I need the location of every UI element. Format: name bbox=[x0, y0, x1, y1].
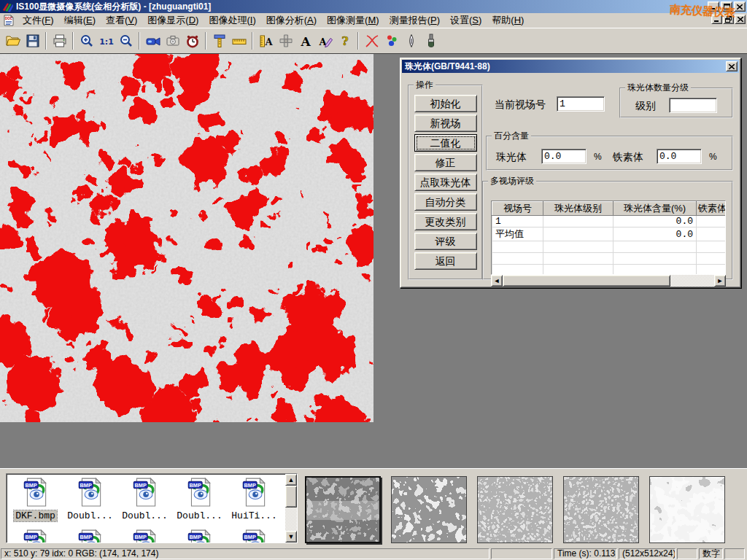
thumb-2[interactable] bbox=[391, 476, 467, 543]
pearlite-percent-input[interactable] bbox=[541, 149, 587, 164]
brush-icon[interactable] bbox=[421, 31, 441, 50]
multi-field-group-label: 多视场评级 bbox=[488, 175, 536, 187]
file-item[interactable]: BMPDoubl... bbox=[117, 477, 172, 521]
menu-settings[interactable]: 设置(S) bbox=[445, 12, 487, 28]
open-icon[interactable] bbox=[3, 31, 23, 50]
menu-image-process[interactable]: 图像处理(I) bbox=[204, 12, 260, 28]
table-row[interactable] bbox=[492, 241, 727, 253]
thumb-4[interactable] bbox=[563, 476, 639, 543]
file-item[interactable]: BMPHuiTi... bbox=[227, 477, 282, 521]
caliper-icon[interactable] bbox=[209, 31, 229, 50]
scrollbar-thumb[interactable] bbox=[503, 275, 670, 287]
status-panel-5: 数字 bbox=[699, 548, 723, 559]
text-icon[interactable]: A bbox=[295, 31, 315, 50]
op-button-修正[interactable]: 修正 bbox=[414, 154, 477, 171]
svg-text:BMP: BMP bbox=[189, 482, 201, 489]
file-item[interactable]: BMP bbox=[117, 529, 172, 543]
ruler-icon[interactable] bbox=[229, 31, 249, 50]
pen-icon[interactable] bbox=[401, 31, 421, 50]
menu-file[interactable]: 文件(F) bbox=[18, 12, 59, 28]
thumb-5[interactable] bbox=[649, 476, 725, 543]
svg-text:BMP: BMP bbox=[244, 534, 255, 540]
file-scrollbar-thumb[interactable] bbox=[285, 486, 297, 508]
file-item[interactable]: BMPDoubl... bbox=[172, 477, 227, 521]
table-header[interactable]: 视场号 bbox=[492, 202, 543, 216]
menu-help[interactable]: 帮助(H) bbox=[487, 12, 529, 28]
color-dots-icon[interactable] bbox=[382, 31, 401, 50]
minimize-button[interactable] bbox=[708, 1, 719, 12]
annotate-icon[interactable]: A bbox=[315, 31, 335, 50]
op-button-自动分类[interactable]: 自动分类 bbox=[414, 193, 477, 211]
file-item[interactable]: BMP bbox=[8, 529, 63, 543]
menu-edit[interactable]: 编辑(E) bbox=[59, 12, 101, 28]
grading-group-label: 珠光体数量分级 bbox=[625, 82, 691, 94]
save-icon[interactable] bbox=[23, 31, 42, 50]
print-icon[interactable] bbox=[50, 31, 69, 50]
table-row[interactable] bbox=[492, 265, 727, 276]
table-row[interactable]: 10.0 bbox=[492, 216, 727, 228]
op-button-新视场[interactable]: 新视场 bbox=[414, 114, 477, 132]
mdi-minimize-button[interactable] bbox=[711, 15, 722, 24]
toolbar-group bbox=[209, 31, 249, 50]
op-button-返回[interactable]: 返回 bbox=[414, 252, 477, 270]
menu-view[interactable]: 查看(V) bbox=[101, 12, 142, 28]
file-item[interactable]: BMP bbox=[63, 529, 117, 543]
measure-text-icon[interactable]: A bbox=[256, 31, 276, 50]
svg-text:BMP: BMP bbox=[25, 482, 36, 489]
menu-measure-report[interactable]: 测量报告(P) bbox=[384, 12, 445, 28]
dialog-close-icon[interactable] bbox=[726, 61, 738, 71]
actual-size-icon[interactable]: 1:1 bbox=[96, 31, 116, 50]
mdi-close-button[interactable] bbox=[735, 15, 746, 24]
grading-group: 珠光体数量分级 级别 bbox=[619, 82, 733, 118]
op-button-评级[interactable]: 评级 bbox=[414, 233, 477, 250]
file-item[interactable]: BMPDoubl... bbox=[63, 477, 117, 521]
table-header[interactable]: 珠光体级别 bbox=[543, 202, 614, 216]
ferrite-percent-input[interactable] bbox=[657, 149, 702, 164]
menu-image-display[interactable]: 图像显示(D) bbox=[142, 12, 204, 28]
scroll-up-icon[interactable]: ▲ bbox=[285, 474, 297, 486]
op-button-点取珠光体[interactable]: 点取珠光体 bbox=[414, 174, 477, 191]
file-item[interactable]: BMPDKF.bmp bbox=[8, 477, 63, 521]
thumb-3[interactable] bbox=[477, 476, 553, 543]
op-button-二值化[interactable]: 二值化 bbox=[414, 134, 477, 152]
toolbar-group bbox=[362, 31, 441, 50]
file-item[interactable]: BMP bbox=[172, 529, 227, 543]
op-button-初始化[interactable]: 初始化 bbox=[414, 95, 477, 112]
mdi-restore-button[interactable] bbox=[723, 15, 734, 24]
menu-image-analysis[interactable]: 图像分析(A) bbox=[261, 12, 322, 28]
scroll-right-icon[interactable]: ► bbox=[714, 275, 726, 287]
dialog-title-bar[interactable]: 珠光体(GB/T9441-88) bbox=[402, 60, 739, 73]
grid-tool-icon[interactable] bbox=[276, 31, 295, 50]
table-horizontal-scrollbar[interactable]: ◄ ► bbox=[491, 275, 726, 287]
menu-image-measure[interactable]: 图像测量(M) bbox=[322, 12, 384, 28]
table-header[interactable]: 珠光体含量(%) bbox=[614, 202, 697, 216]
toolbar-separator bbox=[205, 32, 206, 50]
spline-icon[interactable] bbox=[362, 31, 382, 50]
zoom-in-icon[interactable] bbox=[77, 31, 96, 50]
rating-table[interactable]: 视场号珠光体级别珠光体含量(%)铁素体含量(%)10.0平均值0.0 bbox=[491, 201, 726, 275]
table-header[interactable]: 铁素体含量(%) bbox=[697, 202, 727, 216]
clock-icon[interactable] bbox=[182, 31, 202, 50]
table-row[interactable] bbox=[492, 253, 727, 265]
close-button[interactable] bbox=[734, 1, 746, 12]
maximize-button[interactable] bbox=[721, 1, 732, 12]
file-browser[interactable]: BMPDKF.bmpBMPDoubl...BMPDoubl...BMPDoubl… bbox=[6, 473, 298, 543]
operation-buttons: 初始化新视场二值化修正点取珠光体自动分类更改类别评级返回 bbox=[409, 91, 481, 270]
camera-icon[interactable] bbox=[163, 31, 182, 50]
table-cell bbox=[614, 265, 697, 276]
file-item[interactable]: BMP bbox=[227, 529, 282, 543]
zoom-out-icon[interactable] bbox=[116, 31, 136, 50]
metallographic-image[interactable] bbox=[0, 54, 374, 422]
table-cell bbox=[543, 253, 614, 265]
thumb-1[interactable] bbox=[305, 476, 381, 543]
op-button-更改类别[interactable]: 更改类别 bbox=[414, 213, 477, 230]
grade-input[interactable] bbox=[669, 98, 717, 113]
file-vertical-scrollbar[interactable]: ▲ ▼ bbox=[285, 474, 297, 542]
help-icon[interactable]: ? bbox=[335, 31, 355, 50]
document-icon[interactable]: DOC bbox=[3, 15, 15, 26]
current-field-input[interactable] bbox=[557, 96, 605, 112]
scroll-down-icon[interactable]: ▼ bbox=[285, 531, 297, 542]
video-camera-icon[interactable] bbox=[143, 31, 163, 50]
table-row[interactable]: 平均值0.0 bbox=[492, 228, 727, 241]
scroll-left-icon[interactable]: ◄ bbox=[491, 275, 503, 287]
